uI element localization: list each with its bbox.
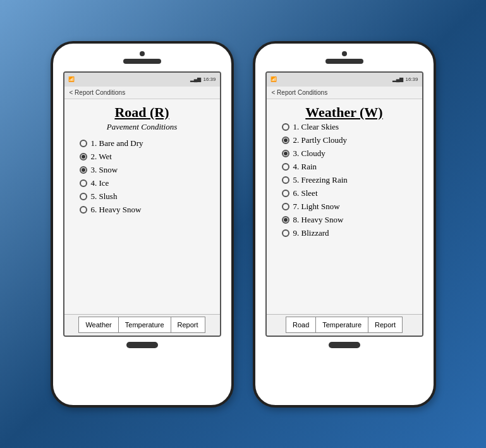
speaker-left: [123, 59, 161, 64]
page-subtitle-left: Pavement Conditions: [73, 122, 211, 132]
radio-selected[interactable]: [282, 150, 289, 157]
tab-button-temperature[interactable]: Temperature: [118, 317, 171, 333]
list-item-label: 3. Cloudy: [293, 148, 325, 159]
home-button-right: [329, 342, 360, 348]
radio-unselected[interactable]: [282, 163, 289, 171]
phone-bottom-right: [329, 342, 360, 348]
page-title-right: Weather (W): [276, 104, 413, 121]
nav-bar-left[interactable]: < Report Conditions: [64, 87, 220, 99]
radio-unselected[interactable]: [80, 140, 87, 147]
signal-icon-right: ▂▄▆: [392, 76, 404, 82]
status-bar-right: 📶 ▂▄▆ 16:39: [267, 73, 422, 87]
list-item[interactable]: 4. Rain: [282, 162, 413, 172]
tab-button-road[interactable]: Road: [286, 317, 315, 333]
phone-bottom-left: [126, 342, 158, 348]
list-item-label: 6. Heavy Snow: [91, 205, 142, 215]
back-label-left: < Report Conditions: [70, 89, 126, 96]
tab-button-report[interactable]: Report: [171, 317, 205, 333]
screen-right: 📶 ▂▄▆ 16:39 < Report Conditions Weather …: [265, 71, 423, 337]
radio-unselected[interactable]: [282, 203, 289, 210]
list-item-label: 5. Slush: [91, 191, 118, 202]
list-item[interactable]: 8. Heavy Snow: [282, 215, 413, 225]
radio-unselected[interactable]: [282, 229, 289, 237]
radio-unselected[interactable]: [80, 193, 87, 200]
radio-unselected[interactable]: [282, 176, 289, 184]
speaker-right: [325, 59, 363, 64]
list-item[interactable]: 6. Heavy Snow: [80, 205, 211, 215]
wifi-icon-right: 📶: [270, 76, 277, 82]
tab-button-report[interactable]: Report: [368, 317, 403, 333]
list-item-label: 2. Partly Cloudy: [293, 135, 348, 145]
status-icons-left: ▂▄▆ 16:39: [190, 76, 216, 82]
list-item[interactable]: 6. Sleet: [282, 188, 413, 198]
radio-unselected[interactable]: [282, 123, 289, 131]
radio-unselected[interactable]: [282, 190, 289, 197]
list-item[interactable]: 4. Ice: [80, 178, 211, 188]
phone-left: 📶 ▂▄▆ 16:39 < Report Conditions Road (R)…: [51, 41, 234, 408]
list-item[interactable]: 5. Slush: [80, 191, 211, 202]
back-label-right: < Report Conditions: [272, 89, 328, 96]
time-left: 16:39: [203, 76, 216, 82]
screen-content-left: Road (R) Pavement Conditions 1. Bare and…: [64, 99, 220, 314]
tab-button-temperature[interactable]: Temperature: [315, 317, 368, 333]
camera-dot-left: [140, 51, 145, 56]
radio-selected[interactable]: [80, 153, 87, 160]
list-item[interactable]: 2. Wet: [80, 152, 211, 162]
home-button-left: [126, 342, 158, 348]
list-item[interactable]: 7. Light Snow: [282, 202, 413, 212]
list-item[interactable]: 3. Cloudy: [282, 148, 413, 159]
list-item-label: 1. Bare and Dry: [91, 138, 143, 148]
list-item-label: 9. Blizzard: [293, 228, 329, 238]
radio-unselected[interactable]: [80, 206, 87, 214]
list-item[interactable]: 2. Partly Cloudy: [282, 135, 413, 145]
phone-top-right: [262, 51, 427, 68]
screen-content-right: Weather (W) 1. Clear Skies2. Partly Clou…: [267, 99, 422, 314]
list-item-label: 6. Sleet: [293, 188, 318, 198]
list-item-label: 1. Clear Skies: [293, 122, 339, 132]
status-icons-right: ▂▄▆ 16:39: [392, 76, 418, 82]
list-item[interactable]: 5. Freezing Rain: [282, 175, 413, 185]
camera-dot-right: [342, 51, 347, 56]
list-item-label: 7. Light Snow: [293, 202, 340, 212]
radio-selected[interactable]: [282, 216, 289, 224]
weather-conditions-list: 1. Clear Skies2. Partly Cloudy3. Cloudy4…: [276, 122, 413, 238]
list-item[interactable]: 3. Snow: [80, 165, 211, 175]
list-item-label: 5. Freezing Rain: [293, 175, 348, 185]
radio-unselected[interactable]: [80, 179, 87, 187]
list-item[interactable]: 1. Clear Skies: [282, 122, 413, 132]
radio-selected[interactable]: [80, 166, 87, 174]
status-bar-left: 📶 ▂▄▆ 16:39: [64, 73, 220, 87]
list-item-label: 4. Ice: [91, 178, 109, 188]
list-item[interactable]: 1. Bare and Dry: [80, 138, 211, 148]
screen-left: 📶 ▂▄▆ 16:39 < Report Conditions Road (R)…: [63, 71, 221, 337]
list-item-label: 4. Rain: [293, 162, 317, 172]
list-item-label: 3. Snow: [91, 165, 118, 175]
tab-bar-left: WeatherTemperatureReport: [64, 314, 220, 336]
list-item[interactable]: 9. Blizzard: [282, 228, 413, 238]
phone-top-left: [59, 51, 225, 68]
road-conditions-list: 1. Bare and Dry2. Wet3. Snow4. Ice5. Slu…: [73, 138, 211, 215]
signal-icon-left: ▂▄▆: [190, 76, 202, 82]
time-right: 16:39: [405, 76, 418, 82]
phone-right: 📶 ▂▄▆ 16:39 < Report Conditions Weather …: [253, 41, 436, 408]
tab-bar-right: RoadTemperatureReport: [267, 314, 422, 336]
page-title-left: Road (R): [73, 104, 211, 121]
nav-bar-right[interactable]: < Report Conditions: [267, 87, 422, 99]
tab-button-weather[interactable]: Weather: [78, 317, 118, 333]
wifi-icon-left: 📶: [68, 76, 75, 82]
list-item-label: 2. Wet: [91, 152, 112, 162]
list-item-label: 8. Heavy Snow: [293, 215, 344, 225]
radio-selected[interactable]: [282, 136, 289, 144]
